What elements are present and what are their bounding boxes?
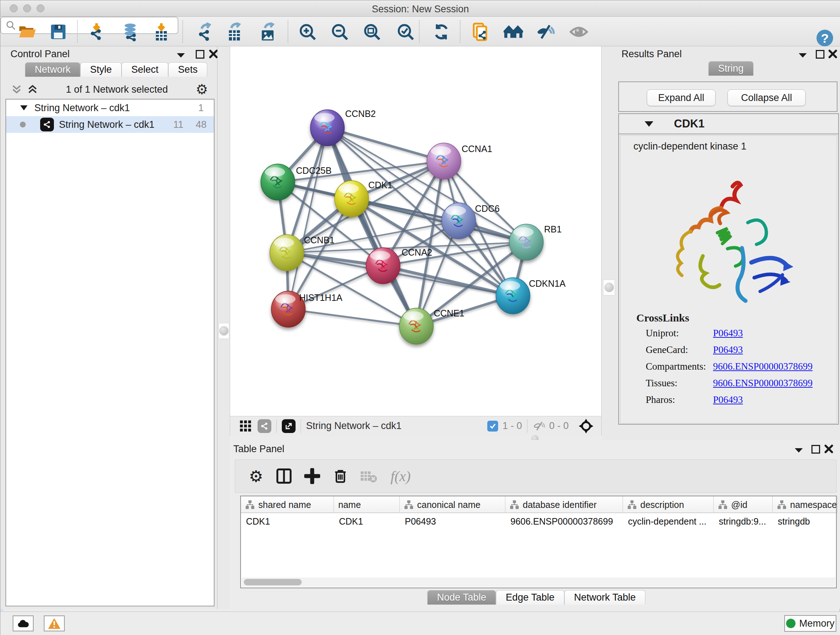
export-table-button[interactable] xyxy=(224,22,245,42)
table-cell[interactable]: 9606.ENSP00000378699 xyxy=(505,513,623,530)
tab-node-table[interactable]: Node Table xyxy=(427,590,496,605)
network-node-CDC25B[interactable] xyxy=(261,164,295,200)
expand-all-icon[interactable] xyxy=(27,84,38,95)
show-columns-icon[interactable] xyxy=(276,468,292,484)
tree-expand-icon[interactable] xyxy=(20,105,28,111)
network-node-CCNE1[interactable] xyxy=(399,308,433,344)
export-network-button[interactable] xyxy=(195,22,215,42)
panel-menu-icon[interactable] xyxy=(794,447,804,454)
gear-icon[interactable]: ⚙ xyxy=(196,81,208,97)
import-network-database-button[interactable] xyxy=(121,22,141,42)
tab-network[interactable]: Network xyxy=(25,62,80,77)
warning-icon xyxy=(48,618,60,629)
section-collapse-icon[interactable] xyxy=(644,120,654,127)
gene-section-header[interactable]: CDK1 xyxy=(619,114,838,134)
panel-menu-icon[interactable] xyxy=(798,52,807,59)
tab-string[interactable]: String xyxy=(708,61,753,76)
panel-close-icon[interactable] xyxy=(829,50,837,58)
zoom-fit-button[interactable] xyxy=(362,22,382,42)
network-node-CCNB2[interactable] xyxy=(310,110,344,146)
column-header-namespace[interactable]: namespace xyxy=(773,496,837,513)
add-column-icon[interactable] xyxy=(304,468,320,484)
tab-network-table[interactable]: Network Table xyxy=(564,590,646,605)
window-title: Session: New Session xyxy=(0,4,840,15)
new-network-from-selection-button[interactable] xyxy=(471,22,491,42)
right-panel-divider[interactable] xyxy=(602,46,616,440)
export-image-button[interactable] xyxy=(258,22,278,42)
divider-grip[interactable] xyxy=(218,323,229,339)
scrollbar-thumb[interactable] xyxy=(244,579,302,585)
network-tree-root-row[interactable]: String Network – cdk1 1 xyxy=(6,100,214,116)
panel-menu-icon[interactable] xyxy=(176,52,186,59)
string-home-button[interactable] xyxy=(503,22,523,42)
zoom-in-button[interactable] xyxy=(297,22,317,42)
panel-float-icon[interactable] xyxy=(196,50,204,59)
tab-style[interactable]: Style xyxy=(80,62,122,77)
table-cell[interactable]: stringdb xyxy=(773,513,837,530)
table-cell[interactable]: CDK1 xyxy=(334,513,400,530)
crosslink-label: GeneCard: xyxy=(646,344,688,356)
panel-float-icon[interactable] xyxy=(816,50,824,59)
table-cell[interactable]: P06493 xyxy=(400,513,505,530)
grid-view-icon[interactable] xyxy=(240,420,252,432)
delete-table-icon[interactable] xyxy=(360,468,377,484)
tab-sets[interactable]: Sets xyxy=(168,62,207,77)
memory-button[interactable]: Memory xyxy=(784,615,836,632)
hide-selected-button[interactable] xyxy=(535,22,556,42)
birdseye-view-icon[interactable] xyxy=(578,418,594,434)
column-header-shared-name[interactable]: shared name xyxy=(241,496,334,513)
table-horizontal-scrollbar[interactable] xyxy=(242,578,835,587)
network-node-CCNB1[interactable] xyxy=(270,234,304,271)
column-header-name[interactable]: name xyxy=(334,496,400,513)
column-header-@id[interactable]: @id xyxy=(714,496,773,513)
show-all-button[interactable] xyxy=(569,22,589,42)
zoom-selected-button[interactable] xyxy=(395,22,416,42)
network-tree-child-row[interactable]: String Network – cdk1 11 48 xyxy=(6,116,214,133)
panel-float-icon[interactable] xyxy=(812,445,820,454)
crosslink-value-link[interactable]: 9606.ENSP00000378699 xyxy=(713,361,813,372)
selected-nodes-checkbox[interactable] xyxy=(487,421,498,432)
collapse-all-icon[interactable] xyxy=(11,84,22,95)
zoom-out-button[interactable] xyxy=(330,22,350,42)
crosslink-value-link[interactable]: P06493 xyxy=(713,328,743,339)
table-cell[interactable]: CDK1 xyxy=(241,513,334,530)
open-session-button[interactable] xyxy=(17,22,37,42)
network-view-icon[interactable] xyxy=(257,419,271,433)
save-session-button[interactable] xyxy=(48,22,68,42)
panel-close-icon[interactable] xyxy=(824,445,833,453)
panel-close-icon[interactable] xyxy=(209,50,218,58)
import-table-button[interactable] xyxy=(151,22,172,42)
delete-column-icon[interactable] xyxy=(332,468,348,484)
crosslink-value-link[interactable]: 9606.ENSP00000378699 xyxy=(713,378,813,389)
table-cell[interactable]: cyclin-dependent ... xyxy=(623,513,714,530)
network-node-CCNA2[interactable] xyxy=(366,248,400,284)
divider-grip[interactable] xyxy=(603,279,615,295)
cloud-button[interactable] xyxy=(13,616,34,631)
fx-button[interactable]: f(x) xyxy=(390,468,411,485)
network-node-CDC6[interactable] xyxy=(442,203,476,239)
network-edge-CCNE1-HIST1H1A[interactable] xyxy=(288,309,416,326)
import-network-file-button[interactable] xyxy=(87,22,107,42)
warning-button[interactable] xyxy=(44,616,65,631)
network-edge-CCNB2-HIST1H1A[interactable] xyxy=(288,128,327,309)
crosslink-value-link[interactable]: P06493 xyxy=(713,344,743,356)
table-cell[interactable]: stringdb:9... xyxy=(714,513,773,530)
network-node-CDK1[interactable] xyxy=(335,181,369,217)
tab-select[interactable]: Select xyxy=(122,62,168,77)
network-view-canvas[interactable]: CCNB2CCNA1CDC25BCDK1CDC6RB1CCNB1CCNA2CDK… xyxy=(230,46,602,416)
help-button[interactable]: ? xyxy=(816,29,834,47)
network-node-RB1[interactable] xyxy=(509,224,543,260)
network-node-CDKN1A[interactable] xyxy=(496,278,530,314)
column-header-description[interactable]: description xyxy=(623,496,714,513)
expand-all-button[interactable]: Expand All xyxy=(647,89,715,106)
apply-layout-button[interactable] xyxy=(431,22,452,42)
tab-edge-table[interactable]: Edge Table xyxy=(496,590,564,605)
table-settings-gear-icon[interactable]: ⚙ xyxy=(249,467,263,486)
crosslink-value-link[interactable]: P06493 xyxy=(713,394,743,405)
left-panel-divider[interactable] xyxy=(218,46,230,609)
open-in-window-icon[interactable] xyxy=(282,419,295,433)
collapse-all-button[interactable]: Collapse All xyxy=(728,89,806,106)
column-header-database-identifier[interactable]: database identifier xyxy=(505,496,623,513)
column-header-canonical-name[interactable]: canonical name xyxy=(400,496,505,513)
network-node-CCNA1[interactable] xyxy=(427,143,461,179)
